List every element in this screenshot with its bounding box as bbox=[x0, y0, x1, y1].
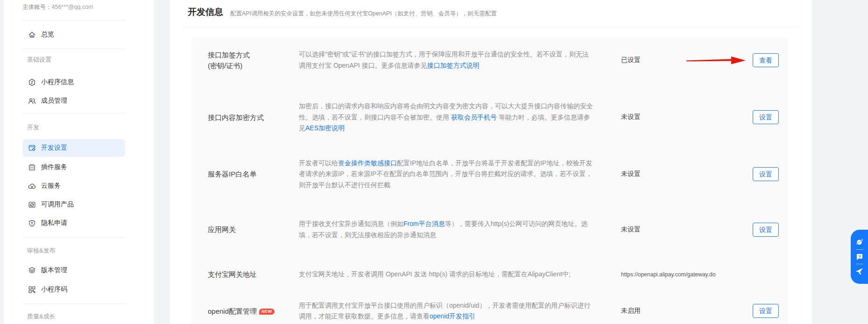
account-value: 456***@qq.com bbox=[52, 4, 93, 10]
row-description: 可以选择“密钥”或“证书”的接口加签方式，用于保障应用和开放平台通信的安全性。若… bbox=[299, 49, 621, 71]
sidebar-item-label: 小程序信息 bbox=[41, 78, 74, 86]
account-info: 主体账号：456***@qq.com bbox=[22, 0, 154, 11]
sensitive-api-link[interactable]: 资金操作类敏感接口 bbox=[338, 159, 397, 167]
row-label: 服务器IP白名单 bbox=[208, 169, 299, 179]
help-icon[interactable]: ? bbox=[855, 253, 864, 261]
new-badge: NEW bbox=[259, 309, 275, 315]
row-label: 接口加签方式 (密钥/证书) bbox=[208, 49, 299, 71]
sidebar-item-overview[interactable]: 总览 bbox=[22, 27, 125, 42]
sidebar-item-plugin-service[interactable]: 插件服务 bbox=[22, 159, 125, 175]
openid-dev-guide-link[interactable]: openid开发指引 bbox=[430, 312, 475, 320]
sidebar-section-dev: 开发 bbox=[22, 123, 154, 132]
divider bbox=[22, 237, 125, 238]
row-ip-whitelist: 服务器IP白名单 开发者可以给资金操作类敏感接口配置IP地址白名单，开放平台将基… bbox=[208, 158, 779, 191]
divider bbox=[22, 303, 125, 304]
setup-button[interactable]: 设置 bbox=[753, 223, 779, 237]
row-label: 应用网关 bbox=[208, 224, 299, 235]
row-openid-config: openid配置管理NEW 用于配置调用支付宝开放平台接口使用的用户标识（ope… bbox=[208, 300, 779, 322]
status-text: 未设置 bbox=[621, 225, 728, 234]
account-label: 主体账号： bbox=[22, 4, 52, 10]
sidebar-item-label: 版本管理 bbox=[41, 266, 67, 275]
sidebar-item-callable-products[interactable]: 可调用产品 bbox=[22, 197, 125, 212]
setup-button[interactable]: 设置 bbox=[753, 304, 779, 318]
sidebar-section-review: 审核&发布 bbox=[22, 247, 154, 255]
row-label: 支付宝网关地址 bbox=[208, 269, 299, 280]
row-description: 用于配置调用支付宝开放平台接口使用的用户标识（openid/uid），开发者需使… bbox=[299, 300, 621, 322]
row-label: openid配置管理NEW bbox=[208, 306, 299, 317]
status-text: 未设置 bbox=[621, 170, 728, 178]
sidebar-section-quality: 质量&成长 bbox=[22, 312, 154, 321]
status-text: 未启用 bbox=[621, 307, 728, 315]
divider bbox=[22, 49, 125, 49]
sidebar-item-members[interactable]: 成员管理 bbox=[22, 93, 125, 109]
planet-icon[interactable] bbox=[855, 238, 864, 247]
status-text: 未设置 bbox=[621, 113, 728, 121]
red-annotation-arrow bbox=[686, 54, 746, 66]
home-icon bbox=[28, 31, 36, 39]
sidebar-item-privacy-request[interactable]: 隐私申请 bbox=[22, 215, 125, 231]
sidebar-item-label: 成员管理 bbox=[41, 97, 67, 105]
members-icon bbox=[28, 97, 36, 105]
setup-button[interactable]: 设置 bbox=[753, 167, 779, 181]
privacy-shield-icon bbox=[28, 219, 36, 227]
layers-icon bbox=[28, 267, 36, 275]
cloud-icon bbox=[28, 182, 36, 190]
sidebar-section-basic: 基础设置 bbox=[22, 56, 154, 64]
products-icon bbox=[28, 201, 36, 209]
dev-settings-icon bbox=[28, 144, 36, 152]
view-button[interactable]: 查看 bbox=[753, 53, 779, 67]
page-title: 开发信息 bbox=[188, 6, 223, 18]
sidebar-item-label: 云服务 bbox=[41, 182, 61, 190]
dev-info-card: 接口加签方式 (密钥/证书) 可以选择“密钥”或“证书”的接口加签方式，用于保障… bbox=[191, 37, 788, 324]
row-content-encryption: 接口内容加密方式 加密后，接口的请求内容和响应内容将会由明文内容变为密文内容，可… bbox=[208, 101, 779, 134]
qr-code-icon bbox=[28, 286, 36, 294]
divider bbox=[856, 264, 863, 264]
plugin-icon bbox=[28, 163, 36, 171]
divider bbox=[856, 249, 863, 250]
sidebar-item-miniprogram-code[interactable]: 小程序码 bbox=[22, 282, 125, 297]
row-alipay-gateway-url: 支付宝网关地址 支付宝网关地址，开发者调用 OpenAPI 发送 http(s)… bbox=[208, 269, 779, 280]
sidebar-item-label: 插件服务 bbox=[41, 163, 67, 171]
get-member-phone-link[interactable]: 获取会员手机号 bbox=[451, 113, 497, 121]
setup-button[interactable]: 设置 bbox=[753, 110, 779, 124]
sidebar: 主体账号：456***@qq.com 总览 基础设置 小程序信息 成员管理 开发… bbox=[4, 0, 154, 324]
signing-method-doc-link[interactable]: 接口加签方式说明 bbox=[427, 62, 480, 69]
row-app-gateway: 应用网关 用于接收支付宝异步通知消息（例如From平台消息等），需要传入http… bbox=[208, 218, 779, 240]
sidebar-item-cloud-service[interactable]: 云服务 bbox=[22, 178, 125, 194]
sidebar-item-label: 开发设置 bbox=[41, 144, 67, 152]
mini-program-icon bbox=[28, 78, 36, 86]
gateway-url-value: https://openapi.alipay.com/gateway.do bbox=[621, 271, 728, 278]
divider bbox=[183, 27, 798, 27]
sidebar-item-dev-settings[interactable]: 开发设置 bbox=[22, 139, 125, 157]
row-description: 支付宝网关地址，开发者调用 OpenAPI 发送 http(s) 请求的目标地址… bbox=[299, 269, 621, 280]
sidebar-item-label: 小程序码 bbox=[41, 285, 67, 294]
row-signing-method: 接口加签方式 (密钥/证书) 可以选择“密钥”或“证书”的接口加签方式，用于保障… bbox=[208, 49, 779, 71]
send-wing-icon[interactable] bbox=[855, 267, 864, 276]
sidebar-item-version-management[interactable]: 版本管理 bbox=[22, 262, 125, 278]
divider bbox=[22, 20, 125, 21]
floating-help-widget[interactable]: ? bbox=[851, 230, 868, 284]
aes-encryption-doc-link[interactable]: AES加密说明 bbox=[305, 124, 345, 132]
from-platform-message-link[interactable]: From平台消息 bbox=[403, 220, 445, 227]
sidebar-item-miniprogram-info[interactable]: 小程序信息 bbox=[22, 74, 125, 90]
row-description: 用于接收支付宝异步通知消息（例如From平台消息等），需要传入http(s)公网… bbox=[299, 218, 621, 240]
row-description: 加密后，接口的请求内容和响应内容将会由明文内容变为密文内容，可以大大提升接口内容… bbox=[299, 101, 621, 134]
sidebar-item-label: 总览 bbox=[41, 30, 54, 39]
row-description: 开发者可以给资金操作类敏感接口配置IP地址白名单，开放平台将基于开发者配置的IP… bbox=[299, 158, 621, 191]
main-panel: 开发信息 配置API调用相关的安全设置，如您未使用任何支付宝OpenAPI（如支… bbox=[169, 0, 812, 324]
page-subtitle: 配置API调用相关的安全设置，如您未使用任何支付宝OpenAPI（如支付、营销、… bbox=[230, 10, 497, 18]
divider bbox=[22, 113, 125, 113]
sidebar-item-label: 可调用产品 bbox=[41, 200, 74, 209]
svg-text:?: ? bbox=[858, 254, 861, 259]
sidebar-item-label: 隐私申请 bbox=[41, 219, 67, 227]
row-label: 接口内容加密方式 bbox=[208, 112, 299, 123]
